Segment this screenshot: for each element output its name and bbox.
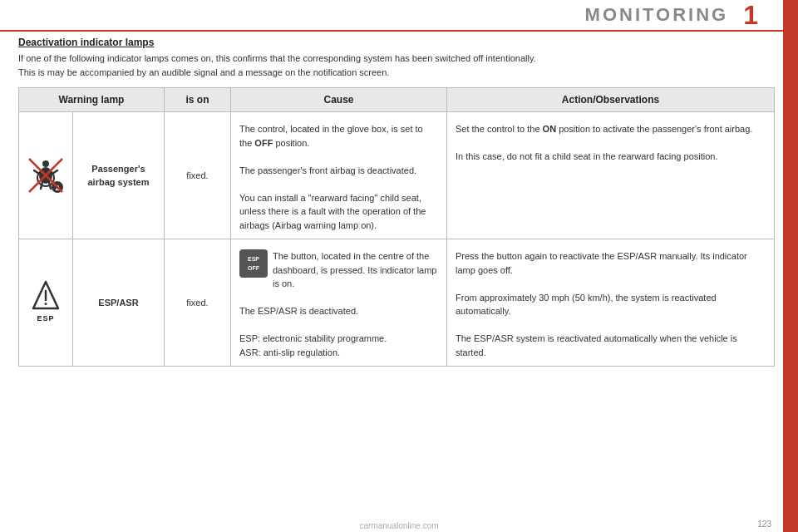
- esp-icon-cell: ESP: [19, 239, 73, 367]
- col-action: Action/Observations: [447, 88, 775, 112]
- esp-name-text: ESP/ASR: [98, 298, 138, 308]
- page-number: 123: [757, 520, 771, 529]
- airbag-lamp-name: Passenger's airbag system: [73, 112, 165, 239]
- table-row-airbag: 2 Passenger's airbag system fixed. The c…: [19, 112, 775, 239]
- airbag-svg: 2: [27, 157, 64, 194]
- watermark: carmanualonline.com: [359, 521, 438, 530]
- main-content: Deactivation indicator lamps If one of t…: [18, 37, 775, 515]
- svg-point-13: [45, 303, 47, 305]
- airbag-name-text: Passenger's airbag system: [88, 164, 150, 188]
- esp-ison-text: fixed.: [186, 298, 208, 308]
- esp-cause-content: The button, located in the centre of the…: [239, 249, 438, 359]
- header-number: 1: [743, 2, 758, 28]
- esp-warning-icon: ESP: [27, 280, 64, 325]
- table-header-row: Warning lamp is on Cause Action/Observat…: [19, 88, 775, 112]
- on-bold: ON: [543, 124, 557, 134]
- intro-text: If one of the following indicator lamps …: [18, 52, 775, 79]
- intro-title: Deactivation indicator lamps: [18, 37, 775, 48]
- svg-line-6: [49, 182, 51, 189]
- table-row-esp: ESP ESP/ASR fixed. The button, located i…: [19, 239, 775, 367]
- esp-cause-text1: The button, located in the centre of the…: [273, 251, 437, 288]
- airbag-warning-icon: 2: [27, 157, 64, 194]
- esp-button-image: [239, 249, 268, 278]
- esp-lamp-name: ESP/ASR: [73, 239, 165, 367]
- off-bold: OFF: [254, 138, 273, 148]
- airbag-ison-text: fixed.: [186, 170, 208, 180]
- header-title: MONITORING: [585, 4, 729, 26]
- airbag-cause: The control, located in the glove box, i…: [231, 112, 447, 239]
- col-cause: Cause: [231, 88, 447, 112]
- right-accent-bar: [783, 0, 798, 532]
- intro-line2: This is may be accompanied by an audible…: [18, 67, 389, 77]
- intro-line1: If one of the following indicator lamps …: [18, 53, 536, 63]
- airbag-icon-cell: 2: [19, 112, 73, 239]
- esp-cause: The button, located in the centre of the…: [231, 239, 447, 367]
- page-header: MONITORING 1: [0, 0, 783, 32]
- esp-ison: fixed.: [165, 239, 231, 367]
- warning-table: Warning lamp is on Cause Action/Observat…: [18, 87, 775, 367]
- esp-svg: [32, 280, 60, 312]
- col-warning-lamp: Warning lamp: [19, 88, 165, 112]
- col-is-on: is on: [165, 88, 231, 112]
- svg-point-0: [42, 160, 49, 167]
- esp-action: Press the button again to reactivate the…: [447, 239, 775, 367]
- airbag-action: Set the control to the ON position to ac…: [447, 112, 775, 239]
- esp-label-text: ESP: [37, 313, 54, 325]
- airbag-ison: fixed.: [165, 112, 231, 239]
- svg-line-5: [41, 182, 42, 189]
